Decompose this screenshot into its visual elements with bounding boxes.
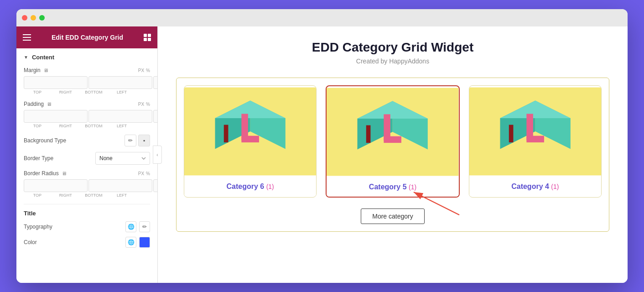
more-category-container: More category <box>184 209 602 224</box>
hamburger-icon[interactable] <box>23 34 31 41</box>
color-label: Color <box>24 239 37 245</box>
border-type-row: Border Type None <box>24 152 150 165</box>
padding-right-input[interactable] <box>88 110 152 123</box>
category-image-svg-5 <box>327 86 458 177</box>
titlebar <box>16 9 628 26</box>
sidebar: Edit EDD Category Grid ▼ Content Margin <box>16 26 158 283</box>
monitor-icon: 🖥 <box>43 68 48 73</box>
bg-type-fill-button[interactable]: ▪ <box>138 135 150 146</box>
background-type-label: Background Type <box>24 137 66 144</box>
border-type-label: Border Type <box>24 155 53 162</box>
padding-field: Padding 🖥 PX % 🔗 <box>24 101 150 128</box>
svg-rect-12 <box>384 136 402 143</box>
border-radius-unit: PX % <box>138 171 150 176</box>
svg-rect-6 <box>224 125 229 143</box>
close-button[interactable] <box>22 15 27 21</box>
fullscreen-button[interactable] <box>39 15 45 21</box>
category-card-6[interactable]: Category 6 (1) <box>184 85 317 198</box>
padding-inputs: 🔗 <box>24 110 150 123</box>
category-image-svg-4 <box>469 86 601 177</box>
category-count-6: (1) <box>266 183 274 190</box>
category-card-image-6 <box>184 86 316 177</box>
margin-label: Margin <box>24 67 41 73</box>
typography-controls: 🌐 ✏ <box>125 221 150 232</box>
color-row: Color 🌐 <box>24 237 150 248</box>
category-name-4: Category 4 <box>511 182 549 190</box>
margin-label-row: Margin 🖥 PX % <box>24 67 150 73</box>
svg-rect-19 <box>526 136 544 142</box>
typography-label: Typography <box>24 224 52 230</box>
margin-unit: PX % <box>138 68 150 73</box>
color-globe-button[interactable]: 🌐 <box>125 237 136 248</box>
category-grid: Category 6 (1) <box>184 85 602 198</box>
border-radius-monitor-icon: 🖥 <box>62 171 67 176</box>
bg-type-pencil-button[interactable]: ✏ <box>125 135 136 146</box>
category-name-5: Category 5 <box>369 183 407 191</box>
padding-monitor-icon: 🖥 <box>47 101 52 107</box>
margin-label-left: Margin 🖥 <box>24 67 48 73</box>
padding-unit: PX % <box>138 102 150 107</box>
category-card-label-6: Category 6 (1) <box>184 177 316 196</box>
padding-input-labels: TOP RIGHT BOTTOM LEFT <box>24 124 150 128</box>
padding-label: Padding <box>24 101 44 107</box>
category-card-image-4 <box>469 86 601 177</box>
border-radius-input-labels: TOP RIGHT BOTTOM LEFT <box>24 193 150 198</box>
border-radius-right-input[interactable] <box>88 179 152 192</box>
traffic-lights <box>22 15 45 21</box>
color-swatch[interactable] <box>139 237 150 248</box>
border-radius-bottom-input[interactable] <box>153 179 157 192</box>
border-radius-label-left: Border Radius 🖥 <box>24 170 67 177</box>
sidebar-header: Edit EDD Category Grid <box>16 26 157 48</box>
margin-right-input[interactable] <box>88 76 152 89</box>
category-card-label-4: Category 4 (1) <box>469 177 601 196</box>
padding-bottom-input[interactable] <box>153 110 157 123</box>
background-type-row: Background Type ✏ ▪ <box>24 135 150 146</box>
margin-inputs: 🔗 <box>24 76 150 89</box>
typography-pencil-button[interactable]: ✏ <box>139 221 150 232</box>
main-window: Edit EDD Category Grid ▼ Content Margin <box>16 9 628 283</box>
widget-title: EDD Category Grid Widget <box>312 40 473 55</box>
widget-subtitle: Created by HappyAddons <box>356 57 429 65</box>
title-section-label: Title <box>24 210 150 217</box>
padding-label-left: Padding 🖥 <box>24 101 52 107</box>
category-image-svg-6 <box>184 86 316 177</box>
collapse-handle[interactable]: ‹ <box>153 146 162 164</box>
sidebar-title: Edit EDD Category Grid <box>36 34 138 41</box>
typography-row: Typography 🌐 ✏ <box>24 221 150 232</box>
category-card-5[interactable]: Category 5 (1) <box>326 85 459 198</box>
svg-rect-20 <box>509 125 513 143</box>
category-count-5: (1) <box>409 183 416 191</box>
border-radius-label: Border Radius <box>24 170 59 177</box>
category-name-6: Category 6 <box>227 182 265 190</box>
title-section: Title Typography 🌐 ✏ Color 🌐 <box>24 204 150 248</box>
border-radius-top-input[interactable] <box>24 179 88 192</box>
margin-field: Margin 🖥 PX % 🔗 <box>24 67 150 94</box>
category-card-image-5 <box>327 86 458 177</box>
section-header-content: ▼ Content <box>24 54 150 61</box>
main-layout: Edit EDD Category Grid ▼ Content Margin <box>16 26 628 283</box>
margin-input-labels: TOP RIGHT BOTTOM LEFT <box>24 90 150 94</box>
border-radius-inputs: 🔗 <box>24 179 150 192</box>
svg-rect-5 <box>241 136 259 142</box>
category-grid-container: Category 6 (1) <box>176 78 609 232</box>
padding-top-input[interactable] <box>24 110 88 123</box>
section-label: Content <box>32 54 54 61</box>
typography-globe-button[interactable]: 🌐 <box>125 221 136 232</box>
padding-label-row: Padding 🖥 PX % <box>24 101 150 107</box>
chevron-icon: ▼ <box>24 55 28 60</box>
main-content-area: EDD Category Grid Widget Created by Happ… <box>158 26 628 283</box>
category-card-label-5: Category 5 (1) <box>327 177 458 197</box>
border-radius-label-row: Border Radius 🖥 PX % <box>24 170 150 177</box>
margin-bottom-input[interactable] <box>153 76 157 89</box>
background-type-buttons: ✏ ▪ <box>125 135 150 146</box>
more-category-button[interactable]: More category <box>361 209 424 224</box>
margin-top-input[interactable] <box>24 76 88 89</box>
sidebar-content: ▼ Content Margin 🖥 PX % <box>16 48 157 283</box>
category-count-4: (1) <box>551 183 559 190</box>
grid-view-icon[interactable] <box>144 34 151 41</box>
minimize-button[interactable] <box>31 15 36 21</box>
svg-rect-13 <box>366 125 371 143</box>
category-card-4[interactable]: Category 4 (1) <box>469 85 602 198</box>
border-type-select[interactable]: None <box>95 152 150 165</box>
color-controls: 🌐 <box>125 237 150 248</box>
